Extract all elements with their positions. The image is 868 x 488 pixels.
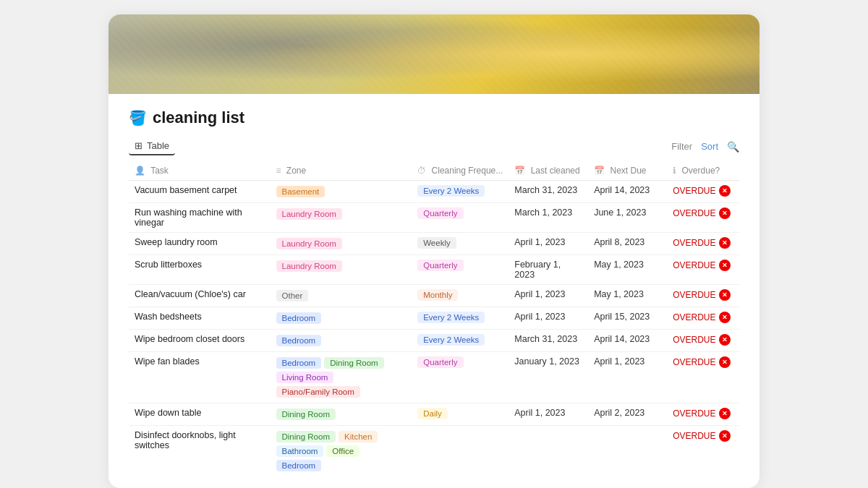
zone-tag: Bathroom bbox=[276, 445, 324, 457]
zone-tag: Bedroom bbox=[276, 357, 322, 369]
overdue-cell: OVERDUE ✕ bbox=[667, 285, 739, 307]
content-area: 🪣 cleaning list ⊞ Table Filter Sort 🔍 bbox=[109, 94, 760, 488]
task-cell: Wipe fan blades bbox=[129, 352, 271, 403]
search-button[interactable]: 🔍 bbox=[727, 141, 739, 153]
overdue-cell: OVERDUE ✕ bbox=[667, 181, 739, 203]
overdue-x-icon: ✕ bbox=[719, 430, 731, 442]
next-header-icon: 📅 bbox=[594, 166, 605, 176]
last-cleaned-cell: April 1, 2023 bbox=[509, 233, 588, 255]
overdue-cell: OVERDUE ✕ bbox=[667, 233, 739, 255]
table-row: Vacuum basement carpetBasementEvery 2 We… bbox=[129, 181, 739, 203]
zone-header-icon: ≡ bbox=[276, 166, 281, 176]
freq-cell: Quarterly bbox=[412, 352, 509, 403]
task-header-icon: 👤 bbox=[135, 166, 145, 176]
freq-cell: Monthly bbox=[412, 285, 509, 307]
last-cleaned-cell: April 1, 2023 bbox=[509, 285, 588, 307]
overdue-badge: OVERDUE ✕ bbox=[673, 334, 733, 346]
header-next: 📅 Next Due bbox=[588, 161, 667, 181]
freq-tag: Every 2 Weeks bbox=[417, 334, 485, 346]
overdue-badge: OVERDUE ✕ bbox=[673, 312, 733, 323]
task-cell: Wipe bedroom closet doors bbox=[129, 330, 271, 352]
last-cleaned-cell: January 1, 2023 bbox=[509, 352, 588, 403]
filter-button[interactable]: Filter bbox=[671, 141, 692, 152]
table-row: Wipe fan bladesBedroomDining RoomLiving … bbox=[129, 352, 739, 403]
header-freq: ⏱ Cleaning Freque... bbox=[412, 161, 509, 181]
cover-image bbox=[109, 14, 760, 94]
overdue-badge: OVERDUE ✕ bbox=[673, 260, 733, 271]
zone-cell: Laundry Room bbox=[271, 203, 412, 233]
next-due-cell: June 1, 2023 bbox=[588, 203, 667, 233]
overdue-badge: OVERDUE ✕ bbox=[673, 356, 733, 368]
overdue-x-icon: ✕ bbox=[719, 207, 731, 219]
table-header-row: 👤 Task ≡ Zone ⏱ Cleaning Freque... bbox=[129, 161, 739, 181]
next-due-cell: April 14, 2023 bbox=[588, 330, 667, 352]
table-row: Scrub litterboxesLaundry RoomQuarterlyFe… bbox=[129, 255, 739, 285]
overdue-badge: OVERDUE ✕ bbox=[673, 185, 733, 197]
zone-tag: Dining Room bbox=[276, 431, 336, 442]
overdue-cell: OVERDUE ✕ bbox=[667, 403, 739, 426]
freq-cell: Quarterly bbox=[412, 255, 509, 285]
last-cleaned-cell: March 31, 2023 bbox=[509, 330, 588, 352]
overdue-x-icon: ✕ bbox=[719, 260, 731, 271]
zone-cell: Dining RoomKitchenBathroomOfficeBedroom bbox=[271, 426, 412, 477]
task-cell: Disinfect doorknobs, light switches bbox=[129, 426, 271, 477]
freq-tag: Daily bbox=[417, 408, 448, 419]
zone-tag: Laundry Room bbox=[276, 260, 342, 272]
overdue-x-icon: ✕ bbox=[719, 237, 731, 249]
zone-tag: Dining Room bbox=[324, 357, 383, 369]
toolbar: ⊞ Table Filter Sort 🔍 bbox=[129, 137, 739, 155]
task-cell: Wipe down table bbox=[129, 403, 271, 426]
zone-tag: Piano/Family Room bbox=[276, 386, 360, 398]
zone-cell: Laundry Room bbox=[271, 233, 412, 255]
freq-cell: Every 2 Weeks bbox=[412, 181, 509, 203]
last-cleaned-cell: February 1, 2023 bbox=[509, 255, 588, 285]
table-view-tab[interactable]: ⊞ Table bbox=[129, 137, 175, 155]
last-cleaned-cell: April 1, 2023 bbox=[509, 403, 588, 426]
zone-tag: Office bbox=[326, 445, 359, 457]
zone-cell: Dining Room bbox=[271, 403, 412, 426]
header-zone: ≡ Zone bbox=[271, 161, 412, 181]
next-due-cell: April 15, 2023 bbox=[588, 307, 667, 330]
zone-tag: Basement bbox=[276, 186, 326, 197]
table-row: Clean/vacuum (Chloe's) carOtherMonthlyAp… bbox=[129, 285, 739, 307]
header-last: 📅 Last cleaned bbox=[509, 161, 588, 181]
zone-tag: Other bbox=[276, 290, 309, 301]
overdue-badge: OVERDUE ✕ bbox=[673, 237, 733, 249]
overdue-x-icon: ✕ bbox=[719, 312, 731, 323]
overdue-x-icon: ✕ bbox=[719, 408, 731, 419]
zone-tag: Bedroom bbox=[276, 460, 322, 471]
overdue-header-icon: ℹ bbox=[673, 166, 676, 176]
next-due-cell: May 1, 2023 bbox=[588, 285, 667, 307]
last-cleaned-cell: March 31, 2023 bbox=[509, 181, 588, 203]
table-row: Wash bedsheetsBedroomEvery 2 WeeksApril … bbox=[129, 307, 739, 330]
freq-header-icon: ⏱ bbox=[417, 166, 426, 176]
zone-cell: Laundry Room bbox=[271, 255, 412, 285]
freq-tag: Quarterly bbox=[417, 207, 463, 219]
cleaning-table: 👤 Task ≡ Zone ⏱ Cleaning Freque... bbox=[129, 161, 739, 476]
table-row: Disinfect doorknobs, light switchesDinin… bbox=[129, 426, 739, 477]
freq-tag: Weekly bbox=[417, 237, 456, 249]
view-tab-label: Table bbox=[147, 140, 169, 151]
overdue-cell: OVERDUE ✕ bbox=[667, 203, 739, 233]
freq-cell: Every 2 Weeks bbox=[412, 307, 509, 330]
next-due-cell bbox=[588, 426, 667, 477]
table-row: Run washing machine with vinegarLaundry … bbox=[129, 203, 739, 233]
freq-tag: Monthly bbox=[417, 289, 458, 301]
overdue-badge: OVERDUE ✕ bbox=[673, 289, 733, 301]
freq-tag: Every 2 Weeks bbox=[417, 185, 485, 197]
table-icon: ⊞ bbox=[135, 140, 142, 151]
overdue-x-icon: ✕ bbox=[719, 334, 731, 346]
freq-tag: Quarterly bbox=[417, 356, 463, 368]
freq-cell: Daily bbox=[412, 403, 509, 426]
overdue-x-icon: ✕ bbox=[719, 185, 731, 197]
last-header-icon: 📅 bbox=[514, 166, 525, 176]
next-due-cell: April 2, 2023 bbox=[588, 403, 667, 426]
sort-button[interactable]: Sort bbox=[701, 141, 718, 152]
task-cell: Run washing machine with vinegar bbox=[129, 203, 271, 233]
zone-tag: Laundry Room bbox=[276, 208, 342, 220]
zone-tag: Dining Room bbox=[276, 408, 336, 420]
last-cleaned-cell: April 1, 2023 bbox=[509, 307, 588, 330]
task-cell: Clean/vacuum (Chloe's) car bbox=[129, 285, 271, 307]
next-due-cell: April 8, 2023 bbox=[588, 233, 667, 255]
last-cleaned-cell: March 1, 2023 bbox=[509, 203, 588, 233]
